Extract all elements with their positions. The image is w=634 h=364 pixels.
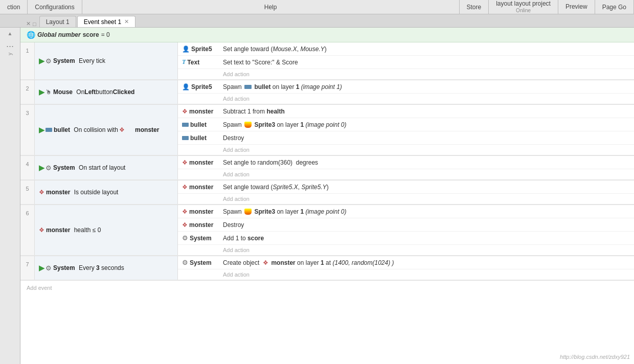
add-action-3[interactable]: Add action	[178, 145, 634, 155]
add-action-6[interactable]: Add action	[178, 245, 634, 255]
action-text-3-0: Subtract 1 from health	[223, 108, 630, 115]
monster-icon-4: ❖	[182, 159, 188, 166]
action-obj-bullet-3-2: bullet	[182, 134, 223, 142]
action-row-7-0[interactable]: ⚙ System Create object ❖ monster on laye…	[178, 256, 634, 269]
mouse-icon-2: 🖱	[46, 88, 52, 96]
event-number-2: 2	[20, 80, 35, 104]
condition-1[interactable]: ▶ ⚙ System Every tick	[35, 42, 178, 79]
action-row-6-0[interactable]: ❖ monster Spawn Sprite3 on layer 1 (imag…	[178, 205, 634, 218]
condition-3[interactable]: ▶ bullet On collision with ❖ monster	[35, 105, 178, 155]
action-text-2-0: Spawn bullet on layer 1 (image point 1)	[223, 83, 630, 90]
left-sidebar: ▲ ··· y	[0, 28, 20, 364]
add-event-row[interactable]: Add event	[20, 281, 634, 295]
event-row-6: 6 ❖ monster health ≤ 0 ❖ monster Spawn S…	[20, 205, 634, 256]
action-row-4-0[interactable]: ❖ monster Set angle to random(360) degre…	[178, 156, 634, 169]
add-action-2[interactable]: Add action	[178, 94, 634, 104]
action-area-2: 👤 Sprite5 Spawn bullet on layer 1 (image…	[178, 80, 634, 104]
global-icon: 🌐	[27, 31, 35, 39]
event-number-4: 4	[20, 156, 35, 179]
preview-menu[interactable]: Preview	[558, 0, 595, 14]
sidebar-scroll-up[interactable]: ▲	[8, 31, 13, 36]
monster-icon-3-0: ❖	[182, 108, 188, 115]
system-icon-6-2: ⚙	[182, 234, 188, 242]
event-sheet: 🌐 Global number score = 0 1 ▶ ⚙ System E…	[20, 28, 634, 364]
help-menu[interactable]: Help	[82, 0, 460, 14]
watermark: http://blog.csdn.net/zdxy921	[560, 354, 630, 360]
event-row-1: 1 ▶ ⚙ System Every tick 👤 Sprite5	[20, 42, 634, 80]
action-row-2-0[interactable]: 👤 Sprite5 Spawn bullet on layer 1 (image…	[178, 80, 634, 94]
action-obj-monster-6-0: ❖ monster	[182, 208, 223, 215]
arrow-icon-2: ▶	[39, 88, 44, 96]
action-row-6-1[interactable]: ❖ monster Destroy	[178, 218, 634, 232]
tab-bar: ✕ □ Layout 1 Event sheet 1 ✕	[0, 14, 634, 28]
arrow-icon-4: ▶	[39, 164, 44, 172]
action-row-6-2[interactable]: ⚙ System Add 1 to score	[178, 232, 634, 245]
tab-close-btn[interactable]: ✕	[26, 20, 31, 27]
condition-5[interactable]: ❖ monster Is outside layout	[35, 180, 178, 204]
event-number-3: 3	[20, 105, 35, 155]
monster-icon-6-0: ❖	[182, 208, 188, 215]
event-block-1: 1 ▶ ⚙ System Every tick 👤 Sprite5	[20, 42, 634, 80]
add-action-1[interactable]: Add action	[178, 69, 634, 79]
condition-6[interactable]: ❖ monster health ≤ 0	[35, 205, 178, 255]
layout-menu[interactable]: layout layout project Online	[489, 0, 558, 14]
action-row-1-1[interactable]: T Text Set text to "Score:" & Score	[178, 56, 634, 69]
tab-expand-btn[interactable]: □	[33, 21, 36, 27]
action-row-3-2[interactable]: bullet Destroy	[178, 131, 634, 145]
action-obj-text-1: T Text	[182, 58, 223, 66]
condition-4[interactable]: ▶ ⚙ System On start of layout	[35, 156, 178, 179]
action-obj-monster-3-0: ❖ monster	[182, 108, 223, 115]
bullet-spawn-icon-2	[244, 85, 252, 89]
arrow-icon-1: ▶	[39, 57, 44, 65]
monster-create-icon-7: ❖	[263, 259, 268, 266]
event-row-4: 4 ▶ ⚙ System On start of layout ❖ monste…	[20, 156, 634, 180]
action-text-1-0: Set angle toward (Mouse.X, Mouse.Y)	[223, 46, 630, 53]
monster-coll-icon-3: ❖	[119, 126, 125, 133]
action-menu[interactable]: ction	[0, 0, 28, 14]
tab-eventsheet1[interactable]: Event sheet 1 ✕	[77, 16, 135, 27]
action-obj-system-6-2: ⚙ System	[182, 234, 223, 242]
page-go-menu[interactable]: Page Go	[595, 0, 634, 14]
action-obj-monster-6-1: ❖ monster	[182, 221, 223, 229]
sprite5-icon-1: 👤	[182, 46, 190, 53]
text-icon-1: T	[182, 58, 186, 66]
event-tab-close[interactable]: ✕	[124, 18, 129, 25]
monster-icon-5: ❖	[182, 184, 188, 191]
action-obj-bullet-3-1: bullet	[182, 121, 223, 128]
bullet-icon-3	[46, 128, 52, 132]
action-row-3-0[interactable]: ❖ monster Subtract 1 from health	[178, 105, 634, 118]
configurations-menu[interactable]: Configurations	[28, 0, 82, 14]
arrow-icon-7: ▶	[39, 264, 44, 272]
bullet-icon-3-2	[182, 136, 189, 140]
monster-icon-6-1: ❖	[182, 221, 188, 229]
global-var-row: 🌐 Global number score = 0	[20, 28, 634, 42]
add-action-5[interactable]: Add action	[178, 194, 634, 204]
arrow-icon-3: ▶	[39, 126, 44, 134]
store-menu[interactable]: Store	[460, 0, 489, 14]
condition-7[interactable]: ▶ ⚙ System Every 3 seconds	[35, 256, 178, 280]
action-area-3: ❖ monster Subtract 1 from health bullet	[178, 105, 634, 155]
condition-2[interactable]: ▶ 🖱 Mouse On Left button Clicked	[35, 80, 178, 104]
add-action-4[interactable]: Add action	[178, 169, 634, 179]
monster-icon-cond-5: ❖	[39, 189, 44, 196]
add-action-7[interactable]: Add action	[178, 269, 634, 280]
sidebar-label: y	[7, 53, 13, 55]
fire-icon-6-0	[244, 209, 252, 215]
action-text-3-1: Spawn Sprite3 on layer 1 (image point 0)	[223, 121, 630, 128]
action-area-7: ⚙ System Create object ❖ monster on laye…	[178, 256, 634, 280]
action-row-1-0[interactable]: 👤 Sprite5 Set angle toward (Mouse.X, Mou…	[178, 42, 634, 56]
action-row-5-0[interactable]: ❖ monster Set angle toward (Sprite5.X, S…	[178, 180, 634, 194]
event-number-5: 5	[20, 180, 35, 204]
event-block-2: 2 ▶ 🖱 Mouse On Left button Clicked 👤 Spr…	[20, 80, 634, 105]
event-number-1: 1	[20, 42, 35, 79]
action-obj-monster-5: ❖ monster	[182, 184, 223, 191]
action-row-3-1[interactable]: bullet Spawn Sprite3 on layer 1 (image p…	[178, 118, 634, 131]
action-obj-sprite5-1: 👤 Sprite5	[182, 46, 223, 53]
tab-layout1[interactable]: Layout 1	[39, 16, 76, 27]
fire-icon-3-1	[244, 122, 252, 128]
action-text-6-2: Add 1 to score	[223, 235, 630, 242]
event-row-5: 5 ❖ monster Is outside layout ❖ monster …	[20, 180, 634, 204]
action-text-4-0: Set angle to random(360) degrees	[223, 159, 630, 166]
event-block-7: 7 ▶ ⚙ System Every 3 seconds ⚙ System Cr	[20, 256, 634, 281]
sidebar-dots: ···	[6, 41, 14, 51]
